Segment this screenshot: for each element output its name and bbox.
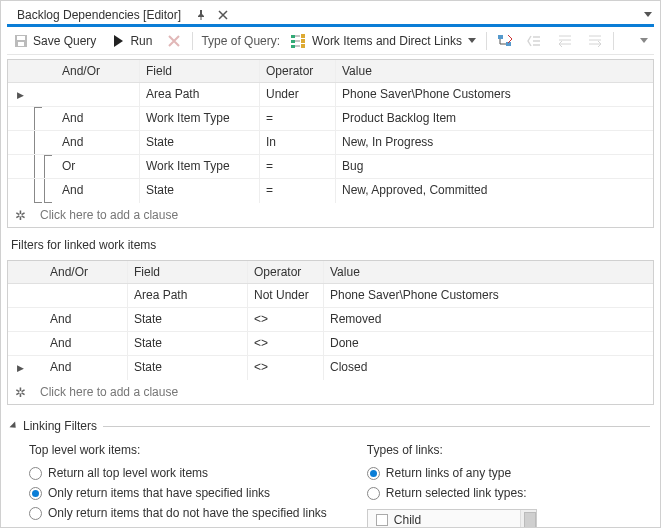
row-header-col <box>8 60 32 82</box>
clause-row[interactable]: AndState<>Removed <box>8 308 653 332</box>
andor-header[interactable]: And/Or <box>44 261 128 283</box>
operator-cell[interactable]: = <box>260 179 336 203</box>
value-cell[interactable]: Bug <box>336 155 653 178</box>
clause-row[interactable]: AndState<>Done <box>8 332 653 356</box>
svg-rect-6 <box>301 34 305 38</box>
value-cell[interactable]: Phone Saver\Phone Customers <box>336 83 653 106</box>
svg-rect-7 <box>301 39 305 43</box>
value-header[interactable]: Value <box>336 60 653 82</box>
operator-cell[interactable]: Under <box>260 83 336 106</box>
value-header[interactable]: Value <box>324 261 653 283</box>
value-cell[interactable]: Removed <box>324 308 653 331</box>
field-header[interactable]: Field <box>128 261 248 283</box>
andor-cell[interactable] <box>56 83 140 106</box>
new-row-marker: ✲ <box>8 203 32 227</box>
link-type-option[interactable]: Return links of any type <box>367 463 644 483</box>
close-icon[interactable] <box>215 7 231 23</box>
operator-cell[interactable]: In <box>260 131 336 154</box>
top-level-option[interactable]: Only return items that have specified li… <box>29 483 327 503</box>
tree-toggle-button[interactable] <box>493 31 517 51</box>
operator-cell[interactable]: = <box>260 155 336 178</box>
value-cell[interactable]: Done <box>324 332 653 355</box>
checkbox-icon <box>376 514 388 526</box>
andor-cell[interactable]: And <box>56 131 140 154</box>
field-cell[interactable]: Area Path <box>128 284 248 307</box>
operator-cell[interactable]: Not Under <box>248 284 324 307</box>
row-marker <box>8 308 32 331</box>
row-header-col <box>8 261 32 283</box>
field-cell[interactable]: State <box>128 332 248 355</box>
operator-header[interactable]: Operator <box>248 261 324 283</box>
field-cell[interactable]: State <box>128 308 248 331</box>
row-marker <box>8 155 32 178</box>
field-cell[interactable]: Work Item Type <box>140 155 260 178</box>
save-query-button[interactable]: Save Query <box>9 31 100 51</box>
field-header[interactable]: Field <box>140 60 260 82</box>
radio-icon <box>29 467 42 480</box>
operator-cell[interactable]: <> <box>248 356 324 380</box>
clause-row[interactable]: AndStateInNew, In Progress <box>8 131 653 155</box>
andor-header[interactable]: And/Or <box>56 60 140 82</box>
andor-cell[interactable]: And <box>44 356 128 380</box>
tree-icon <box>497 33 513 49</box>
outdent-button[interactable] <box>553 31 577 51</box>
clause-row[interactable]: AndWork Item Type=Product Backlog Item <box>8 107 653 131</box>
value-cell[interactable]: Phone Saver\Phone Customers <box>324 284 653 307</box>
operator-header[interactable]: Operator <box>260 60 336 82</box>
indent-cell <box>32 131 56 154</box>
add-clause-row[interactable]: Click here to add a clause <box>32 385 653 399</box>
field-cell[interactable]: State <box>140 179 260 203</box>
delete-button[interactable] <box>162 31 186 51</box>
add-clause-row[interactable]: Click here to add a clause <box>32 208 653 222</box>
field-cell[interactable]: State <box>140 131 260 154</box>
andor-cell[interactable]: And <box>56 107 140 130</box>
clause-row[interactable]: ▶AndState<>Closed <box>8 356 653 380</box>
andor-cell[interactable]: Or <box>56 155 140 178</box>
tab-menu-icon[interactable] <box>644 12 652 17</box>
link-type-item: Child <box>368 510 536 528</box>
clause-grid-top: And/Or Field Operator Value ▶Area PathUn… <box>7 59 654 228</box>
top-level-option[interactable]: Only return items that do not have the s… <box>29 503 327 523</box>
operator-cell[interactable]: <> <box>248 308 324 331</box>
indent-cell <box>32 284 44 307</box>
svg-rect-9 <box>498 35 503 39</box>
top-level-option[interactable]: Return all top level work items <box>29 463 327 483</box>
linking-filters-section: Linking Filters Top level work items: Re… <box>7 419 654 528</box>
pin-icon[interactable] <box>193 7 209 23</box>
field-cell[interactable]: State <box>128 356 248 380</box>
andor-cell[interactable]: And <box>44 332 128 355</box>
scrollbar[interactable] <box>520 510 536 528</box>
svg-rect-8 <box>301 44 305 48</box>
indent-button[interactable] <box>583 31 607 51</box>
link-type-option[interactable]: Return selected link types: <box>367 483 644 503</box>
andor-cell[interactable]: And <box>56 179 140 203</box>
clause-row[interactable]: AndState=New, Approved, Committed <box>8 179 653 203</box>
clause-row[interactable]: ▶Area PathUnderPhone Saver\Phone Custome… <box>8 83 653 107</box>
indent-col <box>32 261 44 283</box>
top-level-label: Top level work items: <box>29 443 327 463</box>
row-marker <box>8 179 32 203</box>
operator-cell[interactable]: <> <box>248 332 324 355</box>
ungroup-button[interactable] <box>523 31 547 51</box>
linking-filters-title: Linking Filters <box>23 419 97 433</box>
collapse-icon[interactable] <box>9 421 18 430</box>
radio-label: Only return items that do not have the s… <box>48 506 327 520</box>
clause-row[interactable]: Area PathNot UnderPhone Saver\Phone Cust… <box>8 284 653 308</box>
clause-row[interactable]: OrWork Item Type=Bug <box>8 155 653 179</box>
link-types-column: Types of links: Return links of any type… <box>367 443 644 528</box>
value-cell[interactable]: New, In Progress <box>336 131 653 154</box>
query-type-combo[interactable]: Work Items and Direct Links <box>286 31 480 51</box>
operator-cell[interactable]: = <box>260 107 336 130</box>
andor-cell[interactable] <box>44 284 128 307</box>
field-cell[interactable]: Work Item Type <box>140 107 260 130</box>
field-cell[interactable]: Area Path <box>140 83 260 106</box>
andor-cell[interactable]: And <box>44 308 128 331</box>
value-cell[interactable]: New, Approved, Committed <box>336 179 653 203</box>
value-cell[interactable]: Closed <box>324 356 653 380</box>
toolbar-overflow-icon[interactable] <box>640 38 648 43</box>
link-types-label: Types of links: <box>367 443 644 463</box>
row-marker <box>8 332 32 355</box>
run-button[interactable]: Run <box>106 31 156 51</box>
value-cell[interactable]: Product Backlog Item <box>336 107 653 130</box>
indent-cell <box>32 308 44 331</box>
